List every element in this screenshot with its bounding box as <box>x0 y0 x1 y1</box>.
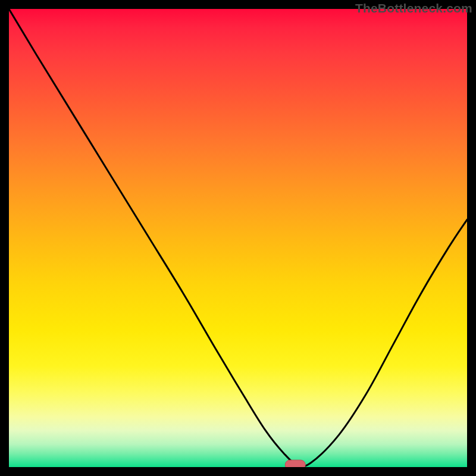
attribution-text: TheBottleneck.com <box>355 1 472 15</box>
chart-frame: TheBottleneck.com <box>0 0 476 476</box>
optimal-marker <box>285 460 305 467</box>
bottleneck-curve <box>9 9 467 466</box>
chart-svg <box>9 9 467 467</box>
plot-area <box>9 9 467 467</box>
